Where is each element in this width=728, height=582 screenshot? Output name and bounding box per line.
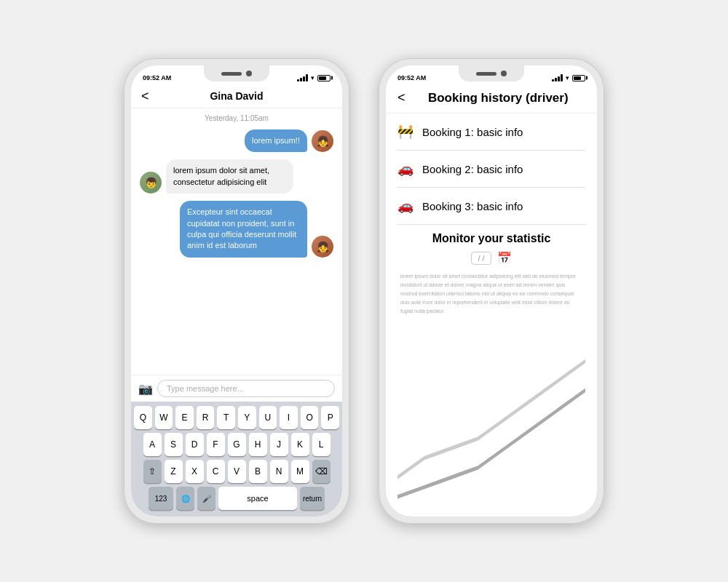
- phone1-notch: [204, 65, 269, 81]
- stats-body-text: lorem ipsum dolor sit amet consectetur a…: [397, 272, 585, 315]
- phone2-camera: [501, 71, 507, 76]
- key-u[interactable]: U: [259, 406, 277, 429]
- chat-input-row: 📷 Type message here...: [131, 375, 342, 402]
- phone2-wifi-icon: ▾: [566, 74, 569, 81]
- phone2-screen: 09:52 AM ▾ < Booking his: [386, 65, 597, 517]
- phone2-status-icons: ▾: [552, 74, 585, 81]
- booking-back-button[interactable]: <: [397, 90, 405, 105]
- key-h[interactable]: H: [249, 433, 267, 456]
- chat-message-1: 👧 lorem ipsum!!: [140, 129, 333, 152]
- booking-list: 🚧 Booking 1: basic info 🚗 Booking 2: bas…: [386, 113, 597, 225]
- stats-title: Monitor your statistic: [397, 232, 585, 245]
- key-v[interactable]: V: [228, 460, 246, 483]
- key-c[interactable]: C: [207, 460, 225, 483]
- avatar-boy-icon: 👦: [140, 172, 162, 194]
- keyboard: Q W E R T Y U I O P A S D F G H: [131, 402, 342, 517]
- booking-label-3: Booking 3: basic info: [422, 200, 523, 212]
- key-a[interactable]: A: [143, 433, 162, 456]
- phone2-signal-icon: [552, 74, 563, 81]
- chat-input-field[interactable]: Type message here...: [157, 380, 335, 397]
- calendar-icon[interactable]: 📅: [497, 251, 512, 265]
- bubble-sent-2: Excepteur sint occaecat cupidatat non pr…: [180, 201, 307, 258]
- key-o[interactable]: O: [301, 406, 319, 429]
- wifi-icon: ▾: [311, 74, 314, 81]
- booking-item-3[interactable]: 🚗 Booking 3: basic info: [397, 188, 585, 225]
- key-f[interactable]: F: [207, 433, 225, 456]
- stats-date-row: / / 📅: [397, 251, 585, 265]
- key-i[interactable]: I: [280, 406, 298, 429]
- key-space[interactable]: space: [218, 487, 297, 510]
- booking-label-1: Booking 1: basic info: [422, 126, 523, 138]
- phone2-notch: [459, 65, 524, 81]
- booking-label-2: Booking 2: basic info: [422, 163, 523, 175]
- phone2: 09:52 AM ▾ < Booking his: [379, 58, 604, 524]
- chat-date-label: Yesterday, 11:05am: [140, 114, 333, 122]
- chat-contact-name: Gina David: [210, 90, 263, 102]
- key-d[interactable]: D: [186, 433, 204, 456]
- key-k[interactable]: K: [291, 433, 309, 456]
- phone1-speaker: [221, 72, 242, 76]
- avatar-received-1: 👦: [140, 172, 162, 194]
- key-backspace[interactable]: ⌫: [312, 460, 331, 483]
- key-r[interactable]: R: [197, 406, 215, 429]
- keyboard-row-1: Q W E R T Y U I O P: [134, 406, 339, 429]
- keyboard-row-4: 123 🌐 🎤 space return: [134, 487, 339, 510]
- phone1-screen: 09:52 AM ▾ < Gina David: [131, 65, 342, 517]
- stats-chart: [397, 322, 585, 517]
- booking-icon-1: 🚧: [397, 124, 414, 140]
- keyboard-row-3: ⇧ Z X C V B N M ⌫: [134, 460, 339, 483]
- key-s[interactable]: S: [165, 433, 183, 456]
- phone2-battery-icon: [572, 75, 585, 81]
- booking-item-2[interactable]: 🚗 Booking 2: basic info: [397, 151, 585, 188]
- phone2-speaker: [476, 72, 496, 76]
- key-y[interactable]: Y: [238, 406, 256, 429]
- bubble-received-1: lorem ipsum dolor sit amet, consectetur …: [166, 159, 293, 194]
- avatar-girl-icon: 👧: [312, 130, 333, 152]
- phone1-status-bar: 09:52 AM ▾: [131, 65, 342, 87]
- key-p[interactable]: P: [321, 406, 339, 429]
- key-e[interactable]: E: [175, 406, 194, 429]
- key-q[interactable]: Q: [134, 406, 152, 429]
- key-shift[interactable]: ⇧: [143, 460, 162, 483]
- keyboard-row-2: A S D F G H J K L: [134, 433, 339, 456]
- chat-message-3: 👧 Excepteur sint occaecat cupidatat non …: [140, 201, 333, 258]
- key-t[interactable]: T: [217, 406, 235, 429]
- key-n[interactable]: N: [270, 460, 288, 483]
- key-mic[interactable]: 🎤: [197, 487, 215, 510]
- key-l[interactable]: L: [312, 433, 331, 456]
- phones-container: 09:52 AM ▾ < Gina David: [124, 58, 604, 524]
- key-b[interactable]: B: [249, 460, 267, 483]
- key-123[interactable]: 123: [149, 487, 173, 510]
- chat-header: < Gina David: [131, 87, 342, 108]
- phone2-status-bar: 09:52 AM ▾: [386, 65, 597, 87]
- phone1-time: 09:52 AM: [143, 74, 171, 81]
- battery-icon: [317, 75, 331, 81]
- key-x[interactable]: X: [186, 460, 204, 483]
- booking-icon-3: 🚗: [397, 198, 414, 214]
- avatar-girl-icon-2: 👧: [312, 236, 333, 258]
- key-return[interactable]: return: [300, 487, 325, 510]
- booking-header: < Booking history (driver): [386, 87, 597, 113]
- stats-section: Monitor your statistic / / 📅 lorem ipsum…: [386, 225, 597, 517]
- key-j[interactable]: J: [270, 433, 288, 456]
- stats-date-input[interactable]: / /: [471, 252, 491, 265]
- chart-svg: [397, 322, 585, 517]
- key-z[interactable]: Z: [165, 460, 183, 483]
- camera-icon[interactable]: 📷: [138, 382, 153, 396]
- signal-icon: [297, 74, 308, 81]
- avatar-sent-1: 👧: [312, 130, 333, 152]
- booking-icon-2: 🚗: [397, 161, 414, 177]
- chat-body: Yesterday, 11:05am 👧 lorem ipsum!! 👦: [131, 108, 342, 375]
- avatar-sent-2: 👧: [312, 236, 333, 258]
- phone1-camera: [246, 71, 252, 76]
- phone1: 09:52 AM ▾ < Gina David: [124, 58, 349, 524]
- booking-item-1[interactable]: 🚧 Booking 1: basic info: [397, 113, 585, 151]
- key-globe[interactable]: 🌐: [176, 487, 194, 510]
- key-w[interactable]: W: [155, 406, 173, 429]
- bubble-sent-1: lorem ipsum!!: [245, 129, 307, 152]
- key-g[interactable]: G: [228, 433, 246, 456]
- chat-back-button[interactable]: <: [141, 89, 149, 104]
- key-m[interactable]: M: [291, 460, 309, 483]
- phone1-status-icons: ▾: [297, 74, 331, 81]
- chat-input-placeholder: Type message here...: [167, 384, 244, 393]
